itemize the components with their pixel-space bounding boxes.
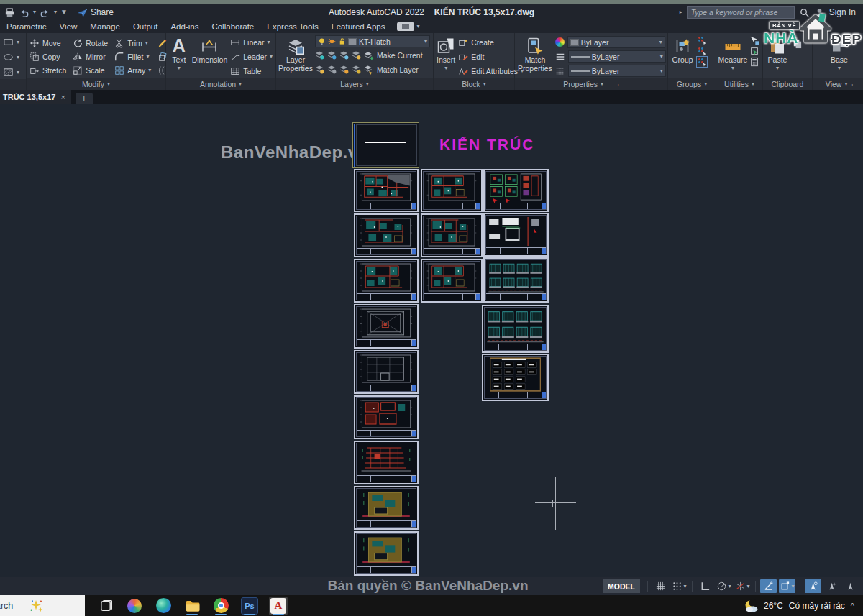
weather-temp[interactable]: 26°C xyxy=(764,601,783,611)
undo-icon[interactable] xyxy=(19,7,29,18)
sheet-thumbnail-plan-teal2[interactable] xyxy=(354,259,419,303)
group-tool-icon[interactable] xyxy=(697,46,707,56)
sheet-thumbnail-plan-teal2[interactable] xyxy=(421,259,483,303)
otrack-toggle-button[interactable] xyxy=(760,579,777,593)
grid-toggle-button[interactable] xyxy=(652,579,669,593)
ribbon-tab-express-tools[interactable]: Express Tools xyxy=(260,22,324,32)
view-panel-title[interactable]: View▾⌟ xyxy=(813,78,863,90)
layer-dropdown[interactable]: KT-Hatch ▾ xyxy=(315,35,430,47)
tray-chevron-icon[interactable]: ^ xyxy=(851,602,854,610)
new-tab-button[interactable]: + xyxy=(76,93,93,104)
modify-rotate-button[interactable]: Rotate xyxy=(73,38,108,48)
snap-toggle-button[interactable]: ▾ xyxy=(671,579,688,593)
layer-tool-icon[interactable] xyxy=(339,50,349,60)
block-edit-attributes-button[interactable]: Edit Attributes▾ xyxy=(458,64,524,78)
search-icon[interactable] xyxy=(799,7,810,18)
model-space-button[interactable]: MODEL xyxy=(603,579,640,593)
linetype-dropdown[interactable]: ByLayer▾ xyxy=(568,65,666,77)
match-layer-button[interactable]: Match Layer xyxy=(364,65,419,75)
title-block-sheet[interactable] xyxy=(352,122,419,168)
taskbar-search[interactable]: arch xyxy=(0,595,85,616)
taskbar-photoshop-icon[interactable]: Ps xyxy=(240,597,259,615)
sheet-thumbnail-plan-teal[interactable] xyxy=(354,213,419,257)
signin-button[interactable]: Sign In xyxy=(829,7,856,17)
group-tool-icon[interactable] xyxy=(697,57,707,67)
layer-tool-icon[interactable] xyxy=(327,65,337,74)
ellipse-tool-button[interactable]: ▾ xyxy=(3,50,19,64)
properties-panel-title[interactable]: Properties▾⌟ xyxy=(515,78,667,90)
sheet-thumbnail-plan-teal2[interactable] xyxy=(421,169,483,212)
ribbon-tab-output[interactable]: Output xyxy=(127,22,165,32)
group-button[interactable]: Group xyxy=(671,35,694,65)
taskbar-task-view-icon[interactable] xyxy=(96,597,115,615)
file-tab-close-icon[interactable]: × xyxy=(60,93,65,101)
sheet-thumbnail-plan-teal[interactable] xyxy=(421,213,483,257)
dimension-button[interactable]: Dimension xyxy=(192,35,228,65)
weather-icon[interactable] xyxy=(744,599,758,613)
layer-tool-icon[interactable] xyxy=(315,50,324,60)
taskbar-file-explorer-icon[interactable] xyxy=(183,597,201,615)
measure-button[interactable]: Measure▾ xyxy=(719,35,746,71)
taskbar-autocad-icon[interactable]: A xyxy=(269,597,288,615)
sheet-thumbnail-elevation[interactable] xyxy=(483,257,549,303)
paste-button[interactable]: Paste▾ xyxy=(766,35,789,71)
redo-icon[interactable] xyxy=(40,7,50,18)
sheet-thumbnail-detail-green[interactable] xyxy=(483,213,549,257)
sheet-thumbnail-schedule[interactable] xyxy=(482,354,549,401)
weather-desc[interactable]: Có mây rải rác xyxy=(789,601,845,611)
lineweight-dropdown[interactable]: ByLayer▾ xyxy=(568,50,666,63)
calc-icon[interactable] xyxy=(749,57,759,67)
text-button[interactable]: A Text▾ xyxy=(169,35,189,71)
group-tool-icon[interactable] xyxy=(697,35,707,45)
annotation-add-toggle-button[interactable] xyxy=(823,579,840,593)
ribbon-tab-add-ins[interactable]: Add-ins xyxy=(164,22,205,32)
color-wheel-icon[interactable] xyxy=(555,37,565,47)
layer-tool-icon[interactable] xyxy=(315,65,324,74)
ribbon-display-toggle-button[interactable] xyxy=(397,22,414,31)
hatch-tool-button[interactable]: ▾ xyxy=(3,65,19,79)
object-color-dropdown[interactable]: ByLayer▾ xyxy=(567,36,665,48)
sheet-thumbnail-section-yellow[interactable] xyxy=(354,531,419,576)
modify-fillet-button[interactable]: Fillet▾ xyxy=(114,52,151,62)
clipboard-panel-title[interactable]: Clipboard xyxy=(763,78,812,90)
modify-array-button[interactable]: Array▾ xyxy=(114,65,151,75)
utilities-panel-title[interactable]: Utilities▾ xyxy=(716,78,762,90)
ribbon-toggle-caret-icon[interactable]: ▾ xyxy=(416,24,419,29)
sheet-thumbnail-roof[interactable] xyxy=(354,304,419,349)
block-panel-title[interactable]: Block▾ xyxy=(434,78,514,90)
polar-toggle-button[interactable]: ▾ xyxy=(716,579,732,593)
print-icon[interactable] xyxy=(4,7,15,18)
modify-panel-title[interactable]: Modify▾ xyxy=(27,78,165,90)
ribbon-tab-parametric[interactable]: Parametric xyxy=(0,22,53,32)
make-current-button[interactable]: Make Current xyxy=(364,50,423,60)
layer-tool-icon[interactable] xyxy=(352,50,361,60)
ribbon-tab-manage[interactable]: Manage xyxy=(83,22,127,32)
file-tab-active[interactable]: TRÚC 13,5x17 × xyxy=(0,90,71,104)
sheet-thumbnail-plan-red[interactable] xyxy=(354,395,419,439)
block-create-button[interactable]: Create xyxy=(458,35,524,49)
annotation-linear-button[interactable]: Linear▾ xyxy=(230,35,273,49)
layer-tool-icon[interactable] xyxy=(327,50,337,60)
layer-tool-icon[interactable] xyxy=(339,65,349,74)
annotation-table-button[interactable]: Table xyxy=(230,64,273,78)
osnap-toggle-button[interactable]: ▾ xyxy=(779,579,795,593)
layer-tool-icon[interactable] xyxy=(352,65,361,74)
taskbar-edge-icon[interactable] xyxy=(154,597,173,615)
modify-scale-button[interactable]: Scale xyxy=(73,65,108,75)
infocenter-caret-icon[interactable]: ▸ xyxy=(680,9,682,15)
sheet-thumbnail-simple[interactable] xyxy=(354,350,419,394)
layers-panel-title[interactable]: Layers▾ xyxy=(276,78,433,90)
sheet-thumbnail-plan-hatch[interactable] xyxy=(354,169,419,212)
annotation-panel-title[interactable]: Annotation▾ xyxy=(166,78,275,90)
rect-tool-button[interactable]: ▾ xyxy=(3,35,19,49)
sheet-thumbnail-elevation[interactable] xyxy=(482,305,549,353)
base-button[interactable]: Base▾ xyxy=(827,35,851,71)
copy-clip-icon[interactable] xyxy=(792,38,803,49)
isodraft-toggle-button[interactable]: ▾ xyxy=(734,579,751,593)
taskbar-copilot-icon[interactable] xyxy=(125,597,144,615)
sheet-thumbnail-section-red[interactable] xyxy=(354,441,419,484)
modify-stretch-button[interactable]: Stretch xyxy=(29,65,66,75)
modify-mirror-button[interactable]: Mirror xyxy=(73,52,108,62)
match-properties-button[interactable]: Match Properties xyxy=(518,35,552,73)
ribbon-tab-featured-apps[interactable]: Featured Apps xyxy=(325,22,392,32)
